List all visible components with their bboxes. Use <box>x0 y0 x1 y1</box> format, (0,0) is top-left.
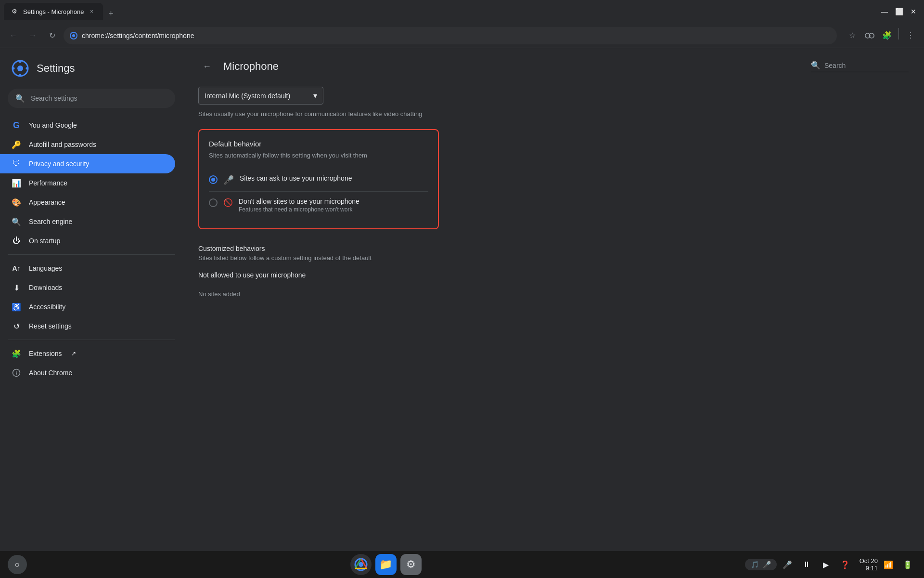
files-icon: 📁 <box>379 558 392 571</box>
system-tray: 🎵 🎤 <box>745 559 777 570</box>
sidebar-item-search-engine[interactable]: 🔍 Search engine <box>0 212 175 231</box>
sidebar-label-downloads: Downloads <box>29 284 62 291</box>
sidebar: Settings 🔍 G You and Google 🔑 Autofill a… <box>0 48 183 551</box>
sidebar-item-about[interactable]: About Chrome <box>0 363 175 382</box>
page-search-icon: 🔍 <box>811 61 821 70</box>
sidebar-item-languages[interactable]: A↑ Languages <box>0 259 175 278</box>
sidebar-item-appearance[interactable]: 🎨 Appearance <box>0 193 175 212</box>
taskbar-settings[interactable]: ⚙ <box>400 554 422 575</box>
forward-button[interactable]: → <box>25 28 40 43</box>
radio-deny-label: Don't allow sites to use your microphone <box>239 197 359 205</box>
on-startup-icon: ⏻ <box>12 236 21 246</box>
extensions-external-icon: ↗ <box>71 350 76 357</box>
sidebar-item-accessibility[interactable]: ♿ Accessibility <box>0 297 175 316</box>
sidebar-item-privacy[interactable]: 🛡 Privacy and security <box>0 154 175 173</box>
page-title: Microphone <box>223 60 803 73</box>
radio-option-allow[interactable]: 🎤 Sites can ask to use your microphone <box>209 169 428 191</box>
bookmark-button[interactable]: ☆ <box>845 28 860 43</box>
performance-icon: 📊 <box>12 178 21 188</box>
behavior-title: Default behavior <box>209 140 428 148</box>
settings-logo <box>12 60 29 77</box>
taskbar-files[interactable]: 📁 <box>375 554 397 575</box>
play-icon[interactable]: ▶ <box>817 556 834 573</box>
sidebar-item-downloads[interactable]: ⬇ Downloads <box>0 278 175 297</box>
not-allowed-title: Not allowed to use your microphone <box>198 271 909 279</box>
radio-allow-text-wrap: Sites can ask to use your microphone <box>240 174 352 182</box>
battery-icon[interactable]: 🔋 <box>899 556 916 573</box>
svg-point-8 <box>19 74 22 77</box>
sidebar-label-autofill: Autofill and passwords <box>29 141 96 148</box>
main-content: Settings 🔍 G You and Google 🔑 Autofill a… <box>0 48 924 551</box>
reload-button[interactable]: ↻ <box>44 28 60 43</box>
sidebar-item-autofill[interactable]: 🔑 Autofill and passwords <box>0 135 175 154</box>
help-icon[interactable]: ❓ <box>836 556 854 573</box>
back-to-privacy-button[interactable]: ← <box>198 58 216 75</box>
nav-divider-1 <box>8 254 175 255</box>
svg-point-6 <box>17 66 23 71</box>
new-tab-button[interactable]: + <box>104 7 117 20</box>
tray-icon-2[interactable]: 🎤 <box>763 561 771 568</box>
radio-option-deny[interactable]: 🚫 Don't allow sites to use your micropho… <box>209 191 428 219</box>
extensions-button[interactable]: 🧩 <box>879 28 895 43</box>
toolbar-divider <box>898 28 899 39</box>
page-search[interactable]: 🔍 <box>811 61 909 72</box>
taskbar-chrome[interactable] <box>350 554 372 575</box>
sidebar-item-performance[interactable]: 📊 Performance <box>0 173 175 193</box>
radio-allow[interactable] <box>209 175 218 184</box>
mic-taskbar-icon[interactable]: 🎤 <box>779 556 796 573</box>
radio-deny-sublabel: Features that need a microphone won't wo… <box>239 206 359 213</box>
toolbar-icons: ☆ 🧩 ⋮ <box>845 28 918 43</box>
extensions-nav-icon: 🧩 <box>12 349 21 358</box>
minimize-button[interactable]: — <box>878 5 891 18</box>
search-settings-input[interactable] <box>31 94 167 102</box>
sidebar-item-you-google[interactable]: G You and Google <box>0 116 175 135</box>
tray-icon-1[interactable]: 🎵 <box>751 561 759 568</box>
tab-favicon: ⚙ <box>12 8 19 15</box>
mic-device-dropdown[interactable]: Internal Mic (System default) ▾ <box>198 87 323 105</box>
taskbar-right: 🎵 🎤 🎤 ⏸ ▶ ❓ Oct 20 9:11 📶 🔋 <box>745 556 916 573</box>
radio-deny-text-wrap: Don't allow sites to use your microphone… <box>239 197 359 213</box>
sidebar-item-extensions[interactable]: 🧩 Extensions ↗ <box>0 344 175 363</box>
sidebar-item-on-startup[interactable]: ⏻ On startup <box>0 231 175 250</box>
radio-deny[interactable] <box>209 198 218 207</box>
taskbar-clock: 9:11 <box>860 565 878 572</box>
sidebar-label-privacy: Privacy and security <box>29 160 89 168</box>
taskbar-time-date[interactable]: Oct 20 9:11 <box>860 557 878 572</box>
behavior-subtitle: Sites automatically follow this setting … <box>209 152 428 159</box>
page-search-input[interactable] <box>824 62 909 69</box>
taskbar: ○ 📁 ⚙ <box>0 551 924 578</box>
active-tab[interactable]: ⚙ Settings - Microphone × <box>4 3 103 20</box>
tab-bar: ⚙ Settings - Microphone × + <box>4 3 874 20</box>
sidebar-label-performance: Performance <box>29 179 67 187</box>
svg-point-1 <box>72 34 75 37</box>
wifi-icon[interactable]: 📶 <box>880 556 897 573</box>
goggles-button[interactable] <box>862 28 877 43</box>
customized-section: Customized behaviors Sites listed below … <box>198 245 909 305</box>
taskbar-center: 📁 ⚙ <box>350 554 422 575</box>
menu-button[interactable]: ⋮ <box>903 28 918 43</box>
maximize-button[interactable]: ⬜ <box>892 5 906 18</box>
media-icon[interactable]: ⏸ <box>798 556 815 573</box>
address-input-wrap[interactable]: chrome://settings/content/microphone <box>64 27 837 44</box>
mic-subtitle: Sites usually use your microphone for co… <box>198 110 909 118</box>
launcher-button[interactable]: ○ <box>8 555 27 574</box>
default-behavior-box: Default behavior Sites automatically fol… <box>198 129 439 229</box>
tab-close-button[interactable]: × <box>88 8 95 15</box>
languages-icon: A↑ <box>12 263 21 273</box>
address-bar: ← → ↻ chrome://settings/content/micropho… <box>0 23 924 48</box>
taskbar-date: Oct 20 <box>860 557 878 565</box>
svg-point-9 <box>13 67 15 70</box>
site-icon <box>69 31 78 40</box>
settings-header: Settings <box>0 56 183 89</box>
back-button[interactable]: ← <box>6 28 21 43</box>
sidebar-item-reset[interactable]: ↺ Reset settings <box>0 316 175 336</box>
svg-point-15 <box>359 562 363 567</box>
sidebar-label-appearance: Appearance <box>29 198 65 206</box>
close-button[interactable]: ✕ <box>907 5 920 18</box>
accessibility-icon: ♿ <box>12 302 21 312</box>
radio-allow-label: Sites can ask to use your microphone <box>240 174 352 182</box>
svg-point-10 <box>26 67 28 70</box>
reset-icon: ↺ <box>12 321 21 331</box>
search-settings-bar[interactable]: 🔍 <box>8 89 175 108</box>
address-text: chrome://settings/content/microphone <box>82 32 831 39</box>
